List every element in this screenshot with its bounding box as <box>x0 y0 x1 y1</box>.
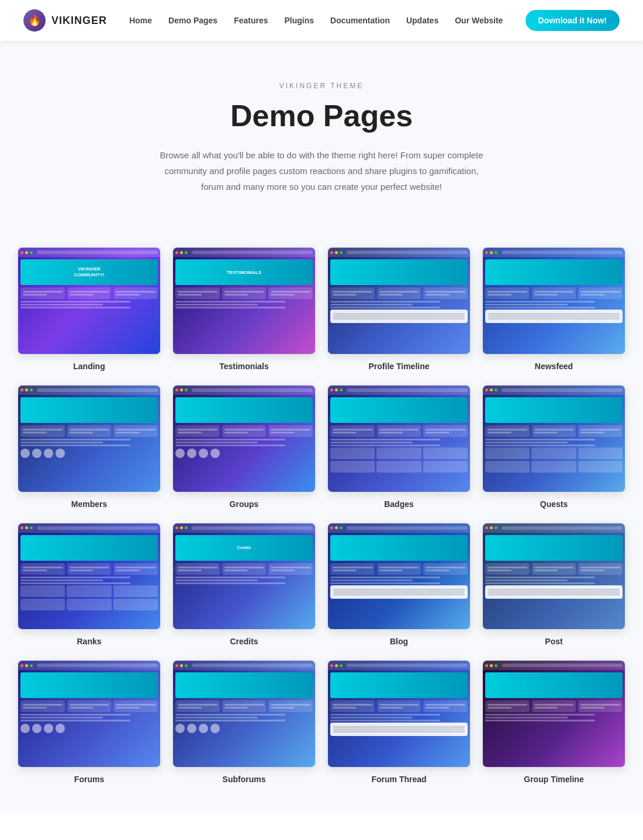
demo-grid: VIKINGER COMMUNITY!LandingTESTIMONIALSTe… <box>18 247 625 784</box>
thumb-browser-bar <box>18 523 160 533</box>
thumb-content <box>328 395 470 492</box>
demo-item[interactable]: Group Timeline <box>482 660 625 784</box>
thumb-browser-bar <box>328 386 470 395</box>
thumb-content <box>173 670 315 767</box>
thumb-browser-bar <box>173 661 315 670</box>
demo-item-label: Newsfeed <box>535 362 573 371</box>
thumb-browser-bar <box>173 523 315 533</box>
demo-item-label: Profile Timeline <box>369 362 430 371</box>
thumb-content: VIKINGER COMMUNITY! <box>18 257 160 354</box>
demo-item[interactable]: Badges <box>327 385 471 509</box>
thumb-content <box>483 670 625 767</box>
demo-item-label: Badges <box>384 499 414 509</box>
thumb-browser-bar <box>328 661 470 670</box>
thumb-content <box>18 670 160 767</box>
demo-item-label: Testimonials <box>219 362 269 371</box>
thumb-browser-bar <box>18 248 160 257</box>
demo-item[interactable]: Blog <box>327 523 471 647</box>
nav-features[interactable]: Features <box>234 16 268 25</box>
thumb-content <box>483 395 625 492</box>
demo-item-label: Members <box>71 499 107 509</box>
nav-plugins[interactable]: Plugins <box>285 16 314 25</box>
brand-icon-symbol: 🔥 <box>28 14 41 27</box>
thumb-browser-bar <box>18 661 160 670</box>
nav-updates[interactable]: Updates <box>406 16 438 25</box>
demo-item-label: Blog <box>390 637 408 646</box>
demo-item[interactable]: Post <box>482 523 625 647</box>
thumb-browser-bar <box>328 248 470 257</box>
thumb-browser-bar <box>328 523 470 533</box>
thumb-content <box>18 533 160 630</box>
hero-description: Browse all what you'll be able to do wit… <box>158 147 485 195</box>
brand-icon: 🔥 <box>23 9 46 32</box>
demo-item[interactable]: Quests <box>482 385 625 509</box>
demo-item[interactable]: Ranks <box>18 523 161 647</box>
demo-item[interactable]: CreditsCredits <box>172 523 316 647</box>
demo-item-label: Forum Thread <box>371 775 426 784</box>
navbar: 🔥 VIKINGER Home Demo Pages Features Plug… <box>0 0 643 41</box>
hero-section: VIKINGER THEME Demo Pages Browse all wha… <box>0 41 643 218</box>
thumb-browser-bar <box>483 248 625 257</box>
nav-links: Home Demo Pages Features Plugins Documen… <box>129 16 503 25</box>
demo-item[interactable]: VIKINGER COMMUNITY!Landing <box>18 247 161 371</box>
thumb-content <box>483 257 625 354</box>
demo-item-label: Landing <box>73 362 105 371</box>
nav-our-website[interactable]: Our Website <box>455 16 503 25</box>
thumb-browser-bar <box>483 661 625 670</box>
demo-item[interactable]: Newsfeed <box>482 247 625 371</box>
demo-item-label: Post <box>545 637 562 646</box>
download-button[interactable]: Download it Now! <box>526 10 620 31</box>
thumb-browser-bar <box>173 386 315 395</box>
demo-item[interactable]: Groups <box>172 385 316 509</box>
hero-subtitle: VIKINGER THEME <box>23 82 620 90</box>
thumb-browser-bar <box>173 248 315 257</box>
demo-item-label: Group Timeline <box>524 775 583 784</box>
demo-item-label: Credits <box>230 637 258 646</box>
brand: 🔥 VIKINGER <box>23 9 107 32</box>
demo-grid-section: VIKINGER COMMUNITY!LandingTESTIMONIALSTe… <box>0 218 643 813</box>
demo-item-label: Quests <box>540 499 568 509</box>
demo-item[interactable]: TESTIMONIALSTestimonials <box>172 247 316 371</box>
brand-name: VIKINGER <box>51 15 107 27</box>
thumb-content <box>328 257 470 354</box>
demo-item[interactable]: Members <box>18 385 161 509</box>
thumb-browser-bar <box>483 523 625 533</box>
thumb-content: TESTIMONIALS <box>173 257 315 354</box>
thumb-browser-bar <box>18 386 160 395</box>
thumb-content: Credits <box>173 533 315 630</box>
thumb-content <box>328 670 470 767</box>
demo-item[interactable]: Subforums <box>172 660 316 784</box>
demo-item[interactable]: Forum Thread <box>327 660 471 784</box>
thumb-browser-bar <box>483 386 625 395</box>
thumb-content <box>328 533 470 630</box>
demo-item[interactable]: Profile Timeline <box>327 247 471 371</box>
thumb-content <box>173 395 315 492</box>
hero-title: Demo Pages <box>23 98 620 133</box>
thumb-content <box>18 395 160 492</box>
demo-item-label: Subforums <box>223 775 266 784</box>
demo-item-label: Ranks <box>77 637 101 646</box>
thumb-content <box>483 533 625 630</box>
nav-home[interactable]: Home <box>129 16 152 25</box>
nav-demo-pages[interactable]: Demo Pages <box>168 16 217 25</box>
demo-item-label: Groups <box>230 499 259 509</box>
nav-documentation[interactable]: Documentation <box>330 16 390 25</box>
demo-item-label: Forums <box>74 775 104 784</box>
demo-item[interactable]: Forums <box>18 660 161 784</box>
